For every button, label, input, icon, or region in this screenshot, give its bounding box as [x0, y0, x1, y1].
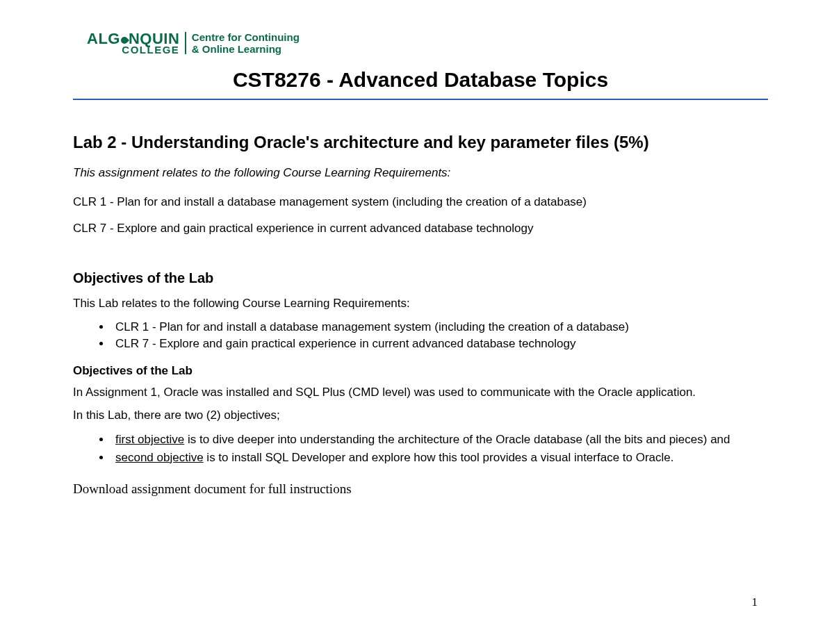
objectives-subheading: Objectives of the Lab: [73, 364, 768, 378]
objectives-para1: In Assignment 1, Oracle was installed an…: [73, 385, 768, 401]
list-item: CLR 1 - Plan for and install a database …: [111, 319, 768, 336]
objectives-para2: In this Lab, there are two (2) objective…: [73, 408, 768, 424]
logo-tagline-line1: Centre for Continuing: [192, 31, 300, 43]
first-objective-underline: first objective: [115, 433, 184, 446]
download-text: Download assignment document for full in…: [73, 481, 768, 497]
logo-divider: [185, 32, 186, 54]
objectives-list: first objective is to dive deeper into u…: [111, 431, 768, 466]
objectives-intro: This Lab relates to the following Course…: [73, 296, 768, 312]
logo: ALGNQUIN COLLEGE Centre for Continuing &…: [87, 31, 768, 56]
clr-item-2: CLR 7 - Explore and gain practical exper…: [73, 222, 768, 236]
course-title: CST8276 - Advanced Database Topics: [73, 68, 768, 100]
objectives-clr-list: CLR 1 - Plan for and install a database …: [111, 319, 768, 352]
page-number: 1: [752, 595, 758, 609]
logo-tagline-line2: & Online Learning: [192, 43, 300, 55]
list-item: CLR 7 - Explore and gain practical exper…: [111, 336, 768, 352]
logo-left: ALGNQUIN COLLEGE: [87, 32, 179, 55]
first-objective-rest: is to dive deeper into understanding the…: [184, 433, 730, 446]
list-item: first objective is to dive deeper into u…: [111, 431, 768, 449]
clr-item-1: CLR 1 - Plan for and install a database …: [73, 195, 768, 209]
second-objective-underline: second objective: [115, 451, 204, 464]
logo-tagline: Centre for Continuing & Online Learning: [192, 31, 300, 56]
lab-title: Lab 2 - Understanding Oracle's architect…: [73, 131, 768, 154]
second-objective-rest: is to install SQL Developer and explore …: [204, 451, 674, 464]
objectives-heading: Objectives of the Lab: [73, 270, 768, 286]
list-item: second objective is to install SQL Devel…: [111, 449, 768, 467]
clr-intro: This assignment relates to the following…: [73, 166, 768, 180]
